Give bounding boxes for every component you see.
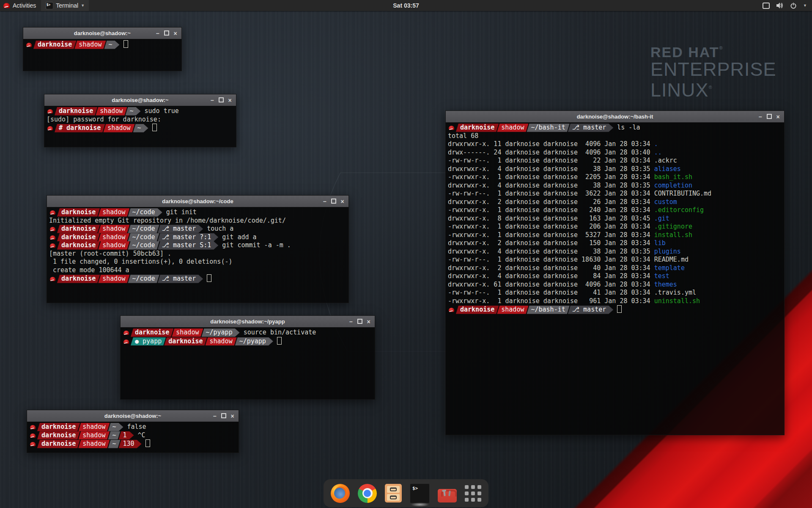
ls-row: drwxrwxr-x. 2 darknoise darknoise 40 Jan… (448, 264, 782, 273)
prompt-segment-path: ~ (108, 440, 120, 448)
ls-row-meta: drwxrwxr-x. 4 darknoise darknoise 84 Jan… (448, 272, 654, 280)
minimize-button[interactable]: − (153, 30, 162, 36)
app-menu-terminal[interactable]: $> Terminal ▼ (41, 0, 89, 11)
prompt-segment-host: shadow (497, 306, 528, 314)
window-titlebar[interactable]: darknoise@shadow:~−× (23, 28, 181, 39)
ls-row-meta: -rw-rw-r--. 1 darknoise darknoise 3622 J… (448, 190, 654, 197)
terminal-content[interactable]: darknoiseshadow~ (23, 39, 181, 71)
ls-row-filename: install.sh (654, 231, 692, 239)
maximize-button[interactable] (765, 114, 774, 120)
ls-row-filename: plugins (654, 248, 681, 255)
maximize-button[interactable] (355, 319, 364, 325)
terminal-icon[interactable]: $> (410, 483, 430, 503)
ls-row-filename: template (654, 264, 685, 272)
chrome-icon[interactable] (358, 484, 377, 503)
ls-row: drwxrwxr-x. 8 darknoise darknoise 163 Ja… (448, 215, 782, 223)
minimize-button[interactable]: − (756, 114, 765, 120)
prompt-segment-path: ~ (108, 431, 120, 440)
terminal-line: darknoiseshadow~1^C (29, 431, 236, 440)
maximize-icon (164, 30, 169, 36)
command-text: git init (166, 208, 197, 216)
maximize-button[interactable] (219, 413, 228, 419)
terminal-line: Initialized empty Git repository in /hom… (49, 217, 346, 225)
prompt-segment-git: ⎇ master (568, 306, 614, 314)
terminal-window-t4: darknoise@shadow:~/pyapp−×darknoiseshado… (120, 315, 375, 400)
redhat-prompt-icon (50, 277, 55, 281)
prompt-segment-host: shadow (497, 124, 528, 132)
close-button[interactable]: × (228, 413, 237, 419)
top-bar: Activities $> Terminal ▼ Sat 03:57 ▼ (0, 0, 812, 11)
close-button[interactable]: × (338, 199, 347, 204)
redhat-prompt-icon (50, 210, 55, 215)
minimize-button[interactable]: − (210, 413, 219, 419)
prompt-segment-host: shadow (206, 337, 237, 346)
ls-row: -rw-rw-r--. 1 darknoise darknoise 41 Jan… (448, 289, 782, 297)
display-icon[interactable] (763, 3, 770, 9)
wrench-icon (443, 490, 446, 496)
window-buttons: −× (153, 28, 180, 39)
minimize-button[interactable]: − (208, 97, 217, 103)
desktop: RED HAT® ENTERPRISE LINUX® darknoise@sha… (0, 0, 812, 508)
power-icon[interactable] (790, 2, 797, 9)
prompt-segment-host: shadow (96, 107, 127, 116)
terminal-window-t1: darknoise@shadow:~−×darknoiseshadow~ (23, 27, 182, 71)
volume-icon[interactable] (776, 2, 784, 9)
maximize-button[interactable] (329, 199, 338, 204)
activities-button[interactable]: Activities (0, 0, 41, 11)
toolbox-icon[interactable] (438, 489, 457, 502)
prompt-segment-path: ~/pyapp (201, 329, 239, 337)
ls-row-meta: -rwxrwxr-x. 1 darknoise darknoise 961 Ja… (448, 297, 654, 305)
ls-row-filename: custom (654, 198, 677, 206)
close-button[interactable]: × (774, 114, 782, 120)
terminal-window-t6: darknoise@shadow:~/bash-it−×darknoisesha… (445, 110, 785, 435)
prompt-segment-path: ~ (108, 423, 123, 431)
window-titlebar[interactable]: darknoise@shadow:~/bash-it−× (446, 111, 784, 123)
prompt-segment-user: darknoise (33, 41, 76, 49)
clock[interactable]: Sat 03:57 (389, 0, 423, 11)
app-grid-icon[interactable] (465, 485, 481, 502)
files-icon[interactable] (385, 484, 402, 502)
command-text: false (127, 423, 146, 431)
redhat-prompt-icon (26, 43, 32, 47)
terminal-window-t2: darknoise@shadow:~−×darknoiseshadow~sudo… (44, 94, 236, 147)
branding-linux: LINUX® (650, 78, 776, 99)
prompt-segment-host: shadow (74, 41, 106, 49)
minimize-button[interactable]: − (320, 199, 329, 204)
terminal-content[interactable]: darknoiseshadow~/bash-it⎇ masterls -lato… (446, 122, 784, 435)
prompt-segment-host: shadow (103, 124, 134, 133)
ls-row: -rwxrwxr-x. 1 darknoise darknoise 2205 J… (448, 173, 782, 182)
prompt-segment-host: shadow (172, 329, 203, 337)
minimize-button[interactable]: − (346, 319, 355, 325)
close-button[interactable]: × (225, 97, 234, 103)
close-button[interactable]: × (171, 30, 180, 36)
prompt-segment-git: ⎇ master (158, 275, 203, 283)
ls-row-filename: uninstall.sh (654, 297, 700, 305)
maximize-icon (767, 114, 772, 119)
terminal-content[interactable]: darknoiseshadow~falsedarknoiseshadow~1^C… (27, 422, 239, 453)
terminal-content[interactable]: darknoiseshadow~/pyappsource bin/activat… (121, 327, 375, 399)
ls-row-meta: drwxrwxr-x. 2 darknoise darknoise 150 Ja… (448, 239, 654, 247)
maximize-button[interactable] (162, 30, 171, 36)
close-button[interactable]: × (364, 319, 373, 325)
window-titlebar[interactable]: darknoise@shadow:~/pyapp−× (121, 316, 375, 328)
prompt-segment-user: darknoise (57, 208, 100, 217)
ls-row: drwx------. 24 darknoise darknoise 4096 … (448, 149, 782, 157)
ls-row-meta: drwxrwxr-x. 4 darknoise darknoise 38 Jan… (448, 248, 654, 255)
terminal-content[interactable]: darknoiseshadow~sudo true[sudo] password… (44, 106, 236, 147)
system-menu-chevron-icon[interactable]: ▼ (803, 3, 807, 8)
window-buttons: −× (346, 316, 373, 327)
grid-dot (465, 485, 469, 489)
window-buttons: −× (320, 196, 347, 207)
ls-row-filename: README.md (654, 256, 689, 263)
prompt-segment-path: ~ (125, 107, 140, 116)
ls-row-filename: completion (654, 182, 692, 189)
grid-dot (465, 491, 469, 495)
window-titlebar[interactable]: darknoise@shadow:~−× (27, 410, 239, 422)
window-titlebar[interactable]: darknoise@shadow:~−× (44, 94, 236, 106)
ls-row-meta: drwxrwxr-x. 2 darknoise darknoise 26 Jan… (448, 198, 654, 206)
terminal-cursor (207, 274, 211, 282)
firefox-icon[interactable] (331, 484, 350, 503)
window-titlebar[interactable]: darknoise@shadow:~/code−× (47, 196, 348, 207)
terminal-content[interactable]: darknoiseshadow~/codegit initInitialized… (47, 207, 348, 303)
maximize-button[interactable] (217, 97, 225, 103)
